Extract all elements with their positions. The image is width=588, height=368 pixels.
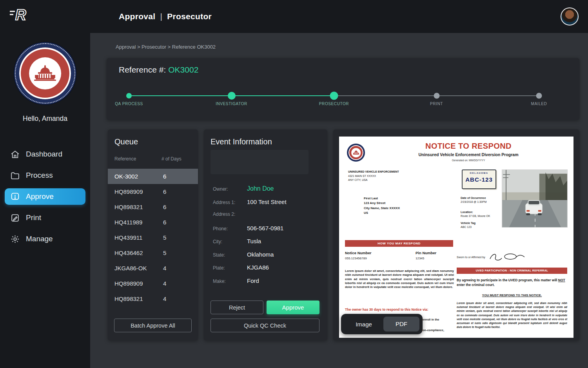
quick-qc-check-button[interactable]: Quick QC Check (211, 319, 319, 332)
field-value: Ford (247, 277, 259, 284)
vehicle-tag-value: ABC 123 (461, 225, 504, 229)
field-address1: Address 1:100 Test Street (213, 199, 319, 212)
sidebar-item-label: Approve (26, 192, 54, 201)
vehicle-tag-block: Vehicle Tag ABC 123 (461, 221, 504, 229)
notice-body-text: Lorem ipsum dolor sit amet, consectetuer… (345, 269, 454, 290)
step-dot-prosecutor (330, 92, 338, 100)
notice-number-label: Notice Number (345, 251, 372, 255)
occurrence-value: 2/15/2018 @ 1:30PM (461, 200, 504, 204)
page-title-left: Approval (119, 12, 155, 21)
gear-icon (10, 234, 20, 244)
row-reference: HQ436462 (114, 250, 143, 256)
row-days: 4 (163, 295, 166, 302)
notice-number-value: 055.123456789 (345, 257, 372, 260)
table-row[interactable]: HQ8989094 (108, 276, 198, 291)
how-respond-banner: HOW YOU MAY RESPOND (345, 240, 453, 247)
row-days: 6 (163, 188, 166, 195)
signature-image (488, 252, 526, 262)
table-row[interactable]: HQ4399115 (108, 230, 198, 245)
table-row[interactable]: JKGA86-OK4 (108, 261, 198, 276)
batch-approve-all-button[interactable]: Batch Approve All (114, 319, 192, 332)
field-state: State:Oklahoma (213, 251, 319, 264)
row-days: 4 (163, 265, 166, 271)
sidebar-nav: Dashboard Process Approve Print Manage (0, 144, 90, 250)
page-title: Approval|Prosecutor (119, 12, 212, 21)
table-row[interactable]: HQ8983214 (108, 291, 198, 306)
must-respond-line: YOU MUST RESPOND TO THIS NOTICE. (457, 293, 567, 297)
row-days: 5 (163, 234, 166, 241)
vehicle-tag-label: Vehicle Tag (461, 221, 504, 225)
user-avatar[interactable] (561, 7, 579, 26)
uved-text-post: enter the criminal court. (457, 283, 495, 287)
recipient-line: 123 Any Street (364, 201, 400, 206)
document-preview-panel: NOTICE TO RESPOND Uninsured Vehicle Enfo… (333, 129, 579, 341)
step-dot-qa-process (126, 93, 132, 98)
notice-generated-date: Generated on: MM/DD/YYYY (370, 159, 566, 162)
agency-line: ANY CITY, USA (348, 178, 399, 182)
location-label: Location: (461, 210, 504, 214)
reference-value: OK3002 (168, 65, 198, 74)
sidebar-item-label: Manage (26, 235, 53, 243)
sworn-label: Sworn to or Affirmed by (457, 256, 485, 259)
approve-button[interactable]: Approve (267, 301, 319, 314)
notice-document: NOTICE TO RESPOND Uninsured Vehicle Enfo… (339, 137, 573, 338)
field-value[interactable]: John Doe (247, 185, 274, 192)
sidebar-item-print[interactable]: Print (5, 210, 85, 226)
sidebar-item-approve[interactable]: Approve (5, 188, 85, 205)
svg-text:R: R (15, 7, 26, 23)
pin-number-block: Pin Number 12345 (416, 251, 436, 260)
reference-card: Reference #:OK3002 QA PROCESS INVESTIGAT… (107, 58, 579, 120)
uved-banner: UVED PARTICIPATION - NON CRIMINAL REFERR… (457, 268, 567, 274)
breadcrumb[interactable]: Approval > Prosecutor > Reference OK3002 (116, 44, 216, 50)
reference-label: Reference #: (119, 65, 166, 74)
row-days: 5 (163, 250, 166, 256)
agency-address-block: UNINSURED VEHICLE ENFORCEMENT 4321 MAIN … (348, 170, 399, 182)
sidebar-item-label: Dashboard (26, 150, 62, 158)
table-row[interactable]: OK-30026 (108, 169, 198, 184)
field-value: KJGA86 (247, 264, 269, 271)
sidebar-item-dashboard[interactable]: Dashboard (5, 146, 85, 162)
main-content: Approval > Prosecutor > Reference OK3002… (90, 33, 588, 368)
step-label-prosecutor: PROSECUTOR (319, 102, 349, 106)
table-row[interactable]: HQ4364625 (108, 245, 198, 261)
agency-seal (14, 42, 76, 104)
field-label: Address 1: (213, 200, 247, 205)
occurrence-block: Date of Occurrence 2/15/2018 @ 1:30PM (461, 196, 504, 204)
notice-number-block: Notice Number 055.123456789 (345, 251, 372, 260)
table-row[interactable]: HQ8989096 (108, 184, 198, 199)
page-title-separator: | (160, 12, 162, 21)
field-label: Owner: (213, 186, 247, 192)
field-plate: Plate:KJGA86 (213, 264, 319, 277)
sidebar: R Hello, Amanda Dashboard Process Approv… (0, 0, 90, 368)
row-reference: JKGA86-OK (114, 265, 147, 271)
row-reference: HQ898321 (114, 295, 143, 302)
fine-print-paragraph: Lorem ipsum dolor sit amet, consectetuer… (457, 301, 567, 329)
sidebar-item-manage[interactable]: Manage (5, 231, 85, 247)
reject-button[interactable]: Reject (211, 301, 263, 314)
row-reference: HQ439911 (114, 234, 142, 241)
field-city: City:Tusla (213, 238, 319, 251)
row-reference: OK-3002 (114, 173, 138, 180)
sworn-block: Sworn to or Affirmed by (457, 252, 567, 262)
plate-state: OKLAHOMA (463, 172, 495, 174)
step-label-mailed: MAILED (531, 102, 547, 106)
row-days: 6 (163, 219, 166, 226)
table-row[interactable]: HQ4119896 (108, 215, 198, 230)
sidebar-item-process[interactable]: Process (5, 167, 85, 184)
toggle-image-option[interactable]: Image (344, 321, 383, 328)
progress-stepper: QA PROCESS INVESTIGATOR PROSECUTOR PRINT… (129, 95, 539, 96)
recipient-line: US (364, 211, 400, 215)
table-row[interactable]: HQ8983216 (108, 199, 198, 215)
queue-panel: Queue Reference # of Days OK-30026 HQ898… (108, 129, 198, 341)
uved-text-not: NOT (558, 278, 565, 282)
response-option-fragment: enroll in the (423, 318, 439, 321)
toggle-pdf-option[interactable]: PDF (383, 317, 419, 332)
agency-line: UNINSURED VEHICLE ENFORCEMENT (348, 170, 399, 174)
event-info-fields: Owner:John Doe Address 1:100 Test Street… (213, 185, 319, 290)
evidence-photo (502, 169, 568, 228)
top-header: Approval|Prosecutor (90, 0, 588, 33)
field-label: City: (213, 239, 247, 244)
row-reference: HQ898321 (114, 204, 143, 210)
step-dot-investigator (228, 92, 236, 100)
location-block: Location: Route 37 EB, Moore OK (461, 210, 504, 218)
